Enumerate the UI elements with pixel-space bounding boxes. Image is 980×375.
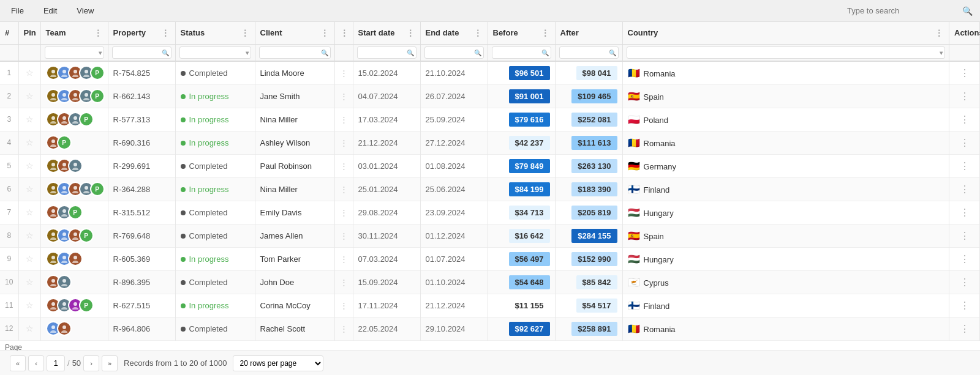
row-actions-btn[interactable]: ⋮	[949, 131, 980, 154]
status-filter[interactable]	[179, 46, 251, 59]
table-row: 4☆PR-690.316In progressAshley Wilson⋮21.…	[0, 131, 980, 154]
extra-dots[interactable]: ⋮	[334, 270, 353, 294]
country-flag: 🇷🇴	[628, 138, 640, 148]
after-cell: $85 842	[555, 270, 622, 294]
svg-point-1	[50, 75, 56, 77]
country-filter[interactable]	[627, 46, 946, 59]
row-actions-btn[interactable]: ⋮	[949, 154, 980, 177]
row-actions-btn[interactable]: ⋮	[949, 201, 980, 224]
pin-star[interactable]: ☆	[18, 201, 40, 224]
status-col-menu[interactable]: ⋮	[241, 28, 250, 38]
pin-star[interactable]: ☆	[18, 294, 40, 317]
menu-view[interactable]: View	[73, 4, 97, 18]
svg-point-32	[62, 186, 66, 190]
property-cell: R-315.512	[108, 201, 175, 224]
row-actions-btn[interactable]: ⋮	[949, 177, 980, 201]
team-col-menu[interactable]: ⋮	[94, 28, 103, 38]
extra-dots[interactable]: ⋮	[334, 224, 353, 247]
page-total-label-row: Page total	[0, 340, 980, 351]
pin-star[interactable]: ☆	[18, 317, 40, 340]
pin-star[interactable]: ☆	[18, 154, 40, 177]
row-number: 9	[0, 247, 18, 270]
table-row: 10☆R-896.395CompletedJohn Doe⋮15.09.2024…	[0, 270, 980, 294]
extra-dots[interactable]: ⋮	[334, 201, 353, 224]
svg-point-23	[50, 144, 56, 147]
svg-point-22	[51, 139, 55, 143]
property-cell: R-605.369	[108, 247, 175, 270]
after-cell: $152 990	[555, 247, 622, 270]
extra-dots[interactable]: ⋮	[334, 317, 353, 340]
pin-star[interactable]: ☆	[18, 131, 40, 154]
row-actions-btn[interactable]: ⋮	[949, 61, 980, 84]
end-date-cell: 21.12.2024	[420, 294, 488, 317]
after-cell: $183 390	[555, 177, 622, 201]
end-date-cell: 26.07.2024	[420, 84, 488, 108]
property-col-menu[interactable]: ⋮	[161, 28, 170, 38]
country-flag: 🇨🇾	[628, 277, 640, 288]
row-actions-btn[interactable]: ⋮	[949, 270, 980, 294]
svg-point-19	[61, 121, 67, 124]
pin-star[interactable]: ☆	[18, 270, 40, 294]
row-actions-btn[interactable]: ⋮	[949, 294, 980, 317]
pin-star[interactable]: ☆	[18, 84, 40, 108]
search-input[interactable]	[847, 6, 957, 15]
status-cell: Completed	[175, 201, 255, 224]
row-actions-btn[interactable]: ⋮	[949, 224, 980, 247]
extra-dots[interactable]: ⋮	[334, 294, 353, 317]
before-col-menu[interactable]: ⋮	[541, 28, 550, 38]
client-col-menu[interactable]: ⋮	[320, 28, 330, 38]
svg-point-60	[62, 302, 66, 306]
pin-star[interactable]: ☆	[18, 61, 40, 84]
menu-file[interactable]: File	[7, 4, 28, 18]
row-actions-btn[interactable]: ⋮	[949, 317, 980, 340]
rows-per-page-select[interactable]: 20 rows per page 10 rows per page 50 row…	[233, 355, 323, 371]
avatar-group	[46, 158, 103, 173]
row-actions-btn[interactable]: ⋮	[949, 108, 980, 131]
avatar-group: P	[46, 228, 103, 243]
pin-star[interactable]: ☆	[18, 177, 40, 201]
team-filter[interactable]	[45, 46, 104, 59]
country-cell: 🇷🇴Romania	[622, 131, 949, 154]
page-last-btn[interactable]: »	[102, 355, 118, 371]
table-header-labels: # Pin Team ⋮ Property ⋮	[0, 22, 980, 44]
col-header-status: Status ⋮	[175, 22, 255, 44]
start-date-cell: 15.02.2024	[353, 61, 420, 84]
enddate-col-menu[interactable]: ⋮	[473, 28, 483, 38]
row-number: 5	[0, 154, 18, 177]
startdate-col-menu[interactable]: ⋮	[406, 28, 415, 38]
page-number-input[interactable]	[47, 355, 65, 371]
end-date-cell: 29.10.2024	[420, 317, 488, 340]
before-cell: $96 501	[488, 61, 555, 84]
page-prev-btn[interactable]: ‹	[28, 355, 44, 371]
svg-point-14	[85, 93, 88, 97]
extra-dots[interactable]: ⋮	[334, 247, 353, 270]
team-cell: P	[40, 84, 108, 108]
start-date-cell: 25.01.2024	[353, 177, 420, 201]
client-filter[interactable]	[259, 46, 331, 59]
extra-dots[interactable]: ⋮	[334, 84, 353, 108]
page-next-btn[interactable]: ›	[83, 355, 99, 371]
row-actions-btn[interactable]: ⋮	[949, 247, 980, 270]
row-actions-btn[interactable]: ⋮	[949, 84, 980, 108]
pin-star[interactable]: ☆	[18, 108, 40, 131]
pin-star[interactable]: ☆	[18, 224, 40, 247]
pin-star[interactable]: ☆	[18, 247, 40, 270]
before-cell: $92 627	[488, 317, 555, 340]
svg-point-36	[85, 186, 88, 190]
extra-dots[interactable]: ⋮	[334, 108, 353, 131]
extra-dots[interactable]: ⋮	[334, 131, 353, 154]
extra-dots[interactable]: ⋮	[334, 61, 353, 84]
table-row: 6☆PR-364.288In progressNina Miller⋮25.01…	[0, 177, 980, 201]
status-cell: Completed	[175, 61, 255, 84]
avatar	[57, 275, 72, 289]
before-cell: $56 497	[488, 247, 555, 270]
extra-dots[interactable]: ⋮	[334, 177, 353, 201]
menu-edit[interactable]: Edit	[40, 4, 61, 18]
status-cell: Completed	[175, 317, 255, 340]
team-cell: P	[40, 224, 108, 247]
status-cell: Completed	[175, 224, 255, 247]
country-col-menu[interactable]: ⋮	[935, 28, 944, 38]
extra-col-menu[interactable]: ⋮	[340, 28, 349, 38]
page-first-btn[interactable]: «	[10, 355, 26, 371]
extra-dots[interactable]: ⋮	[334, 154, 353, 177]
